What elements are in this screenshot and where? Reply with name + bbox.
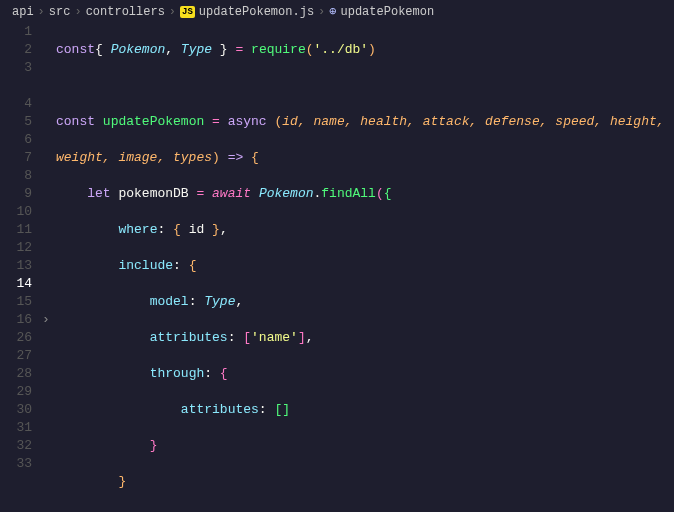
line-number[interactable]: 14 <box>0 275 32 293</box>
line-number[interactable]: 11 <box>0 221 32 239</box>
line-number[interactable]: 12 <box>0 239 32 257</box>
line-number[interactable]: 3 <box>0 59 32 77</box>
line-number[interactable]: 16 <box>0 311 32 329</box>
line-number[interactable]: 1 <box>0 23 32 41</box>
breadcrumb-item[interactable]: src <box>49 5 71 19</box>
js-file-icon: JS <box>180 6 195 18</box>
line-number[interactable]: 13 <box>0 257 32 275</box>
breadcrumb-item[interactable]: updatePokemon.js <box>199 5 314 19</box>
line-number[interactable]: 29 <box>0 383 32 401</box>
line-number[interactable]: 5 <box>0 113 32 131</box>
line-number[interactable]: 6 <box>0 131 32 149</box>
line-number[interactable]: 2 <box>0 41 32 59</box>
line-number-gutter[interactable]: 1 2 3 4 5 6 7 8 9 10 11 12 13 14 15 16 2… <box>0 23 42 511</box>
line-number[interactable]: 4 <box>0 95 32 113</box>
method-icon: ⊕ <box>329 4 336 19</box>
line-number[interactable]: 9 <box>0 185 32 203</box>
breadcrumb-item[interactable]: api <box>12 5 34 19</box>
line-number[interactable]: 31 <box>0 419 32 437</box>
fold-chevron-icon[interactable]: › <box>42 311 56 329</box>
breadcrumb-item[interactable]: updatePokemon <box>341 5 435 19</box>
line-number[interactable]: 15 <box>0 293 32 311</box>
code-editor[interactable]: 1 2 3 4 5 6 7 8 9 10 11 12 13 14 15 16 2… <box>0 23 674 511</box>
chevron-icon: › <box>74 5 81 19</box>
line-number[interactable]: 32 <box>0 437 32 455</box>
line-number[interactable]: 26 <box>0 329 32 347</box>
line-number <box>0 77 32 95</box>
line-number[interactable]: 33 <box>0 455 32 473</box>
chevron-icon: › <box>318 5 325 19</box>
code-content[interactable]: const{ Pokemon, Type } = require('../db'… <box>56 23 674 511</box>
line-number[interactable]: 30 <box>0 401 32 419</box>
line-number[interactable]: 7 <box>0 149 32 167</box>
line-number[interactable]: 8 <box>0 167 32 185</box>
line-number[interactable]: 27 <box>0 347 32 365</box>
fold-gutter[interactable]: › <box>42 23 56 511</box>
breadcrumb-item[interactable]: controllers <box>86 5 165 19</box>
line-number[interactable]: 10 <box>0 203 32 221</box>
breadcrumb[interactable]: api › src › controllers › JS updatePokem… <box>0 0 674 23</box>
chevron-icon: › <box>38 5 45 19</box>
chevron-icon: › <box>169 5 176 19</box>
line-number[interactable]: 28 <box>0 365 32 383</box>
